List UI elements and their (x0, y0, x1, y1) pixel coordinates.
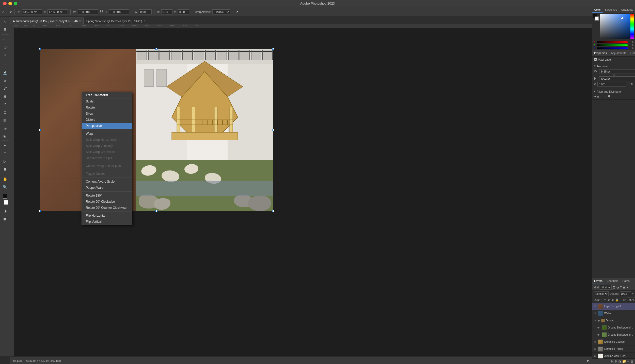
tab-close-spring[interactable]: × (144, 20, 145, 22)
cm-rotate[interactable]: Rotate (82, 105, 132, 111)
layer-vis-ground[interactable]: 👁 (594, 319, 597, 322)
spot-heal-tool[interactable]: ⊗ (1, 77, 9, 84)
layer-item-ground-lighter[interactable]: 👁 Ground Background (Lighter Green) (592, 331, 635, 338)
quick-mask[interactable]: ◑ (1, 207, 9, 215)
x-coord-input[interactable] (22, 9, 42, 14)
r-slider[interactable] (597, 41, 628, 43)
layer-vis-water[interactable]: 👁 (594, 312, 597, 315)
cm-scale[interactable]: Scale (82, 98, 132, 105)
dodge-tool[interactable]: ⬕ (1, 132, 9, 140)
stamp-tool[interactable]: ⊕ (1, 93, 9, 100)
tab-properties[interactable]: Properties (592, 50, 609, 56)
move-icon[interactable]: ✥ (9, 10, 12, 14)
add-mask-button[interactable]: ⊕ (614, 359, 617, 363)
interpolation-select[interactable]: Bicubic (212, 9, 230, 14)
color-picker-dot[interactable] (621, 17, 623, 19)
path-select-tool[interactable]: ▷ (1, 158, 9, 165)
artboard-tool[interactable]: ⊞ (1, 26, 9, 33)
handle-bottom-right[interactable] (272, 210, 274, 212)
blur-tool[interactable]: ◎ (1, 124, 9, 132)
lock-artboard-icon[interactable]: ⊞ (611, 298, 614, 302)
layer-vis-layer1copy3[interactable]: 👁 (594, 305, 597, 308)
filter-adjust-icon[interactable]: ◑ (616, 286, 619, 289)
bg-swatch[interactable] (595, 16, 599, 21)
h-percent-input[interactable] (109, 9, 129, 14)
background-color[interactable] (4, 200, 8, 205)
blend-arrow-icon[interactable]: ▾ (632, 292, 633, 295)
tab-color[interactable]: Color (592, 7, 603, 13)
filter-type-icon[interactable]: T (620, 286, 622, 289)
tab-swatches[interactable]: Swatches (603, 7, 619, 13)
layer-vis-ground-lighter[interactable]: 👁 (597, 333, 601, 337)
layer-item-extracted-rocks[interactable]: 👁 Extracted Rocks (592, 345, 635, 353)
fill-input[interactable] (627, 298, 635, 302)
g-slider[interactable] (597, 44, 628, 46)
handle-top-middle[interactable] (155, 48, 157, 50)
cm-rotate-180[interactable]: Rotate 180° (82, 193, 132, 199)
handle-top-right[interactable] (272, 48, 274, 50)
blend-mode-select[interactable]: Normal (594, 291, 609, 296)
tab-close-autumn[interactable]: × (79, 20, 81, 22)
tab-adjustments[interactable]: Adjustments (609, 50, 628, 56)
group-expand-icon[interactable]: ▶ (598, 319, 600, 322)
handle-top-left[interactable] (39, 48, 41, 50)
angle-input[interactable] (139, 9, 152, 14)
eyedropper-tool[interactable]: 🔬 (1, 69, 9, 77)
link-icon[interactable]: ⛓ (100, 10, 103, 14)
cm-flip-h[interactable]: Flip Horizontal (82, 213, 132, 219)
lasso-tool[interactable]: ⬡ (1, 43, 9, 51)
new-layer-button[interactable]: + (627, 359, 629, 363)
layer-item-water[interactable]: 👁 Water (592, 310, 635, 317)
fx-button[interactable]: fx (611, 359, 613, 363)
tab-spring-view[interactable]: Spring View.psb @ 15.8% (Layer 23, RGB/8… (84, 18, 148, 24)
lock-all-icon[interactable]: 🔒 (615, 298, 619, 302)
warp-icon[interactable]: ⧩ (235, 10, 239, 14)
transform-h-input[interactable] (599, 76, 635, 81)
zoom-tool[interactable]: 🔍 (1, 183, 9, 191)
align-left-icon[interactable]: ⬝ (602, 95, 604, 98)
b-slider[interactable] (597, 47, 628, 49)
marquee-tool[interactable]: ▭ (1, 36, 9, 43)
layer-item-ground-darker[interactable]: 👁 Ground Background (Darker Green) (592, 324, 635, 331)
crop-tool[interactable]: ⊡ (1, 59, 9, 67)
home-icon[interactable]: ⌂ (2, 10, 4, 14)
hue-bar[interactable] (630, 14, 634, 39)
color-picker-area[interactable] (600, 14, 634, 39)
brush-tool[interactable]: 🖌 (1, 85, 9, 92)
lock-transparent-icon[interactable]: ▪ (601, 298, 602, 301)
cm-distort[interactable]: Distort (82, 117, 132, 123)
canvas-area[interactable]: Free Transform Scale Rotate Skew Distort… (14, 28, 592, 356)
flip-v-icon[interactable]: ⇅ (631, 83, 633, 86)
opacity-input[interactable] (620, 291, 631, 296)
cm-puppet-warp[interactable]: Puppet Warp (82, 185, 132, 191)
tab-paths[interactable]: Paths (621, 278, 632, 284)
layer-vis-rocks[interactable]: 👁 (594, 347, 597, 351)
adjustment-layer-button[interactable]: ◑ (618, 359, 621, 363)
quick-select-tool[interactable]: ✦ (1, 51, 9, 59)
layer-item-ground-group[interactable]: 👁 ▶ Ground (592, 317, 635, 324)
tab-libraries[interactable]: Libraries (628, 50, 635, 56)
align-center-h-icon[interactable]: ⬞ (605, 95, 607, 98)
flip-h-icon[interactable]: ⇄ (627, 83, 630, 86)
layer-item-autumn-pen[interactable]: 👁 Autumn View (Pen) (592, 353, 635, 358)
angle-input[interactable] (597, 82, 626, 86)
tab-layers[interactable]: Layers (592, 278, 605, 284)
rotate-icon[interactable]: ↻ (135, 10, 137, 14)
layer-vis-autumn-pen[interactable]: 👁 (594, 354, 597, 358)
gradient-tool[interactable]: ▤ (1, 116, 9, 124)
pen-tool[interactable]: ✒ (1, 142, 9, 149)
transform-header[interactable]: ▾ Transform (594, 64, 633, 68)
screen-mode[interactable]: ▣ (1, 215, 9, 222)
layer-item-extracted-gazebo[interactable]: 👁 Extracted Gazebo (592, 338, 635, 345)
move-tool[interactable]: ↖ (1, 18, 9, 25)
layer-item-layer1copy3[interactable]: 👁 Layer 1 copy 3 (592, 303, 635, 310)
handle-middle-right[interactable] (272, 129, 274, 131)
tab-channels[interactable]: Channels (605, 278, 620, 284)
text-tool[interactable]: T (1, 150, 9, 157)
cm-perspective[interactable]: Perspective (82, 123, 132, 129)
status-bar-arrow[interactable]: ▶ (587, 359, 589, 362)
filter-pixel-icon[interactable]: 🖼 (613, 286, 615, 289)
filter-smart-icon[interactable]: ✦ (626, 286, 629, 289)
handle-middle-left[interactable] (39, 129, 41, 131)
tab-gradients[interactable]: Gradients (619, 7, 635, 13)
